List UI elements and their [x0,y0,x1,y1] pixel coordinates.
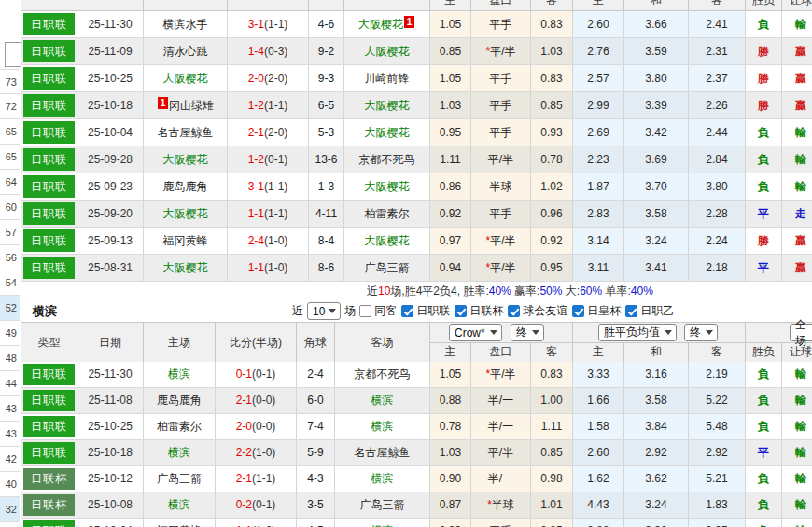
filter-controls: 近 10 场 同客日职联日联杯球会友谊日皇杯日职乙 [292,300,676,322]
dropdown-select-3[interactable]: 终 [684,324,718,341]
ah-line: 平手 [471,11,531,37]
home-team[interactable]: 福冈黄蜂 [144,519,216,527]
fulltime-score: 1-1 [248,261,264,274]
home-team[interactable]: 鹿岛鹿角 [144,173,228,200]
eu-away-odds: 2.37 [689,65,746,91]
recent-label: 近 [292,303,303,319]
dropdown-select-4[interactable]: 全场 [790,324,812,341]
halftime-score: (0-3) [264,45,287,58]
team-name-text: 大阪樱花 [163,207,208,220]
away-team[interactable]: 大阪樱花 [344,38,430,64]
handicap-text: 平/半 [490,261,515,274]
league-cell: 日职联 [21,255,77,281]
match-date: 25-09-20 [77,201,144,227]
fulltime-score: 0-2 [236,498,252,511]
checkbox-日联杯[interactable] [455,305,467,317]
summary-text-part: 场,胜4平2负4, 胜率: [390,284,488,298]
left-table-value: 56 [0,245,20,270]
home-team[interactable]: 横滨 [144,362,216,387]
result-cell: 負 [746,466,782,492]
home-team[interactable]: 横滨 [144,440,216,465]
ah-home-odds: 0.94 [430,255,471,281]
dropdown-select-2[interactable]: 胜平负均值 [598,324,677,341]
away-team[interactable]: 广岛三箭 [335,492,430,518]
away-team[interactable]: 横滨 [335,388,430,413]
team-name-text: 横滨 [168,446,190,459]
away-team[interactable]: 京都不死鸟 [344,146,430,173]
away-team[interactable]: 广岛三箭 [344,255,430,281]
handicap-result-cell: 輸 [782,519,812,527]
away-team[interactable]: 川崎前锋 [344,65,430,91]
league-badge: 日职联 [23,229,75,252]
away-team[interactable]: 大阪樱花 [344,119,430,146]
league-badge: 日职联 [23,13,75,35]
table-row: 日职联25-10-04名古屋鲸鱼2-1(2-0)5-3大阪樱花0.95平手0.9… [21,119,812,146]
away-team[interactable]: 横滨 [335,414,430,439]
league-filter-checkboxes: 同客日职联日联杯球会友谊日皇杯日职乙 [359,303,676,319]
odds-header-cell: 客 [531,343,573,362]
ah-line: *平/半 [471,228,531,254]
away-team[interactable]: 京都不死鸟 [335,362,430,387]
odds-header-label: 让球 [782,0,812,11]
checkbox-日皇杯[interactable] [572,305,584,317]
eu-home-odds: 2.60 [573,11,624,37]
home-team[interactable]: 柏雷素尔 [144,414,216,439]
league-badge: 日职联 [23,40,75,62]
ah-home-odds: 0.85 [430,38,471,64]
home-team[interactable]: 福冈黄蜂 [144,228,228,254]
eu-home-odds: 1.66 [573,388,624,413]
checkbox-球会友谊[interactable] [508,305,520,317]
match-score: 3-1(1-1) [228,11,309,37]
recent-count-select[interactable]: 10 [307,302,341,320]
left-table-value: 64 [0,170,20,195]
away-team[interactable]: 横滨 [335,519,430,527]
home-team[interactable]: 名古屋鲸鱼 [144,119,228,146]
match-score: 2-4(1-0) [228,228,309,254]
ah-away-odds: 1.00 [531,388,573,413]
checkbox-日职联[interactable] [401,305,413,317]
away-team[interactable]: 大阪樱花1 [344,11,430,37]
summary-text-part: 赢率: [511,284,540,298]
match-date: 25-11-30 [77,11,144,37]
column-header-0: 类型 [21,323,77,362]
handicap-result-cell: 贏 [782,228,812,254]
match-date: 25-10-25 [77,65,144,91]
home-team[interactable]: 大阪樱花 [144,65,228,91]
filter-label: 日皇杯 [587,303,621,319]
away-team[interactable]: 柏雷素尔 [344,201,430,227]
home-team[interactable]: 鹿岛鹿角 [144,388,216,413]
halftime-score: (1-0) [264,234,287,247]
handicap-result-cell: 贏 [782,38,812,64]
osaka-summary-row: 近10场,胜4平2负4, 胜率:40% 赢率:50% 大:60% 单率:40% [21,282,812,301]
left-cutoff-table: 73726565646057565452494844434342403232 [0,69,20,527]
away-team[interactable]: 横滨 [335,466,430,492]
match-score: 1-1(1-1) [228,201,309,227]
odds-header-label: 主 [573,0,623,11]
home-team[interactable]: 大阪樱花 [144,255,228,281]
home-team[interactable]: 横滨 [144,492,216,518]
home-team[interactable]: 横滨水手 [144,11,228,37]
away-team[interactable]: 大阪樱花 [344,173,430,200]
away-team[interactable]: 大阪樱花 [344,228,430,254]
league-cell: 日职联 [21,228,77,254]
team-name-text: 京都不死鸟 [359,153,415,166]
ah-line: *平/半 [471,362,531,387]
dropdown-select-0[interactable]: Crow* [449,324,502,341]
odds-header-cell: 胜负 [746,343,782,362]
home-team[interactable]: 广岛三箭 [144,466,216,492]
home-team[interactable]: 1冈山绿雉 [144,92,228,118]
home-team[interactable]: 大阪樱花 [144,201,228,227]
ah-line: *平/半 [471,38,531,64]
handicap-text: 平/半 [488,446,513,459]
away-team[interactable]: 大阪樱花 [344,92,430,118]
home-team[interactable]: 大阪樱花 [144,146,228,173]
eu-home-odds: 3.11 [573,255,624,281]
checkbox-同客[interactable] [359,305,371,317]
odds-header-label: 客 [689,0,745,11]
dropdown-select-1[interactable]: 终 [511,324,544,341]
corner-count: 5-9 [297,440,335,465]
checkbox-日职乙[interactable] [625,305,637,317]
away-team[interactable]: 名古屋鲸鱼 [335,440,430,465]
home-team[interactable]: 清水心跳 [144,38,228,64]
ah-away-odds: 0.85 [531,440,573,465]
